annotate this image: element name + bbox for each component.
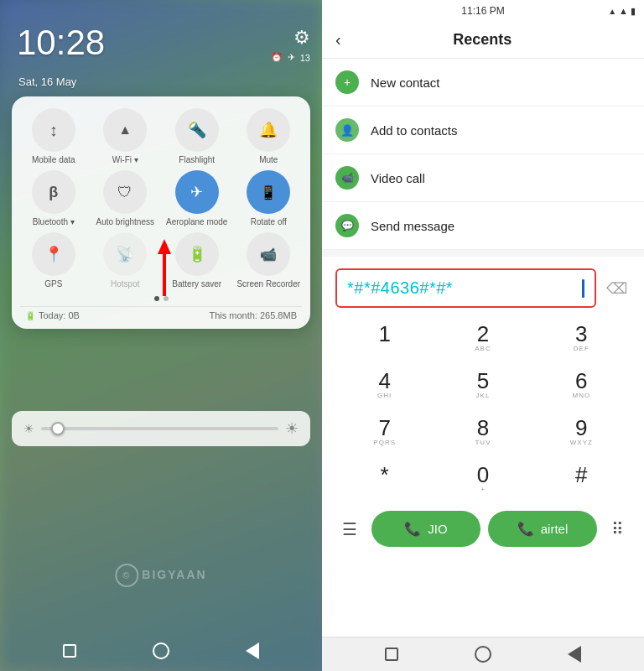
call-airtel-label: airtel — [541, 522, 569, 536]
key-star-main: * — [381, 464, 389, 486]
call-airtel-button[interactable]: 📞 airtel — [488, 511, 597, 547]
qs-mute-btn[interactable]: 🔔 — [247, 108, 290, 152]
menu-item-send-message[interactable]: 💬 Send message — [322, 202, 644, 250]
nav-home-right[interactable] — [475, 646, 491, 663]
date-display: Sat, 16 May — [18, 75, 76, 88]
menu-item-new-contact[interactable]: + New contact — [322, 59, 644, 107]
key-0-sub: + — [480, 486, 486, 494]
call-jio-button[interactable]: 📞 JIO — [371, 511, 480, 547]
data-icon: 🔋 — [25, 311, 35, 320]
qs-flashlight-btn[interactable]: 🔦 — [175, 108, 219, 152]
qs-auto-brightness-label: Auto brightness — [96, 217, 155, 227]
qs-wifi[interactable]: ▲ Wi-Fi ▾ — [92, 108, 159, 165]
backspace-button[interactable]: ⌫ — [603, 276, 631, 301]
key-4[interactable]: 4 GHI — [335, 362, 434, 408]
key-2[interactable]: 2 ABC — [434, 315, 532, 362]
bottom-nav-left — [0, 642, 322, 659]
key-star[interactable]: * — [335, 455, 434, 502]
key-hash[interactable]: # — [532, 455, 631, 502]
key-4-main: 4 — [378, 370, 390, 392]
nav-recents-right[interactable] — [385, 648, 398, 661]
recents-header: ‹ Recents — [322, 22, 644, 59]
dialer-input-box[interactable]: *#*#4636#*#* — [335, 268, 596, 308]
key-0[interactable]: 0 + — [434, 455, 532, 502]
qs-gps-label: GPS — [44, 279, 62, 289]
add-contacts-label: Add to contacts — [371, 123, 457, 138]
nav-back-right[interactable] — [568, 646, 581, 663]
qs-gps[interactable]: 📍 GPS — [20, 232, 87, 289]
qs-aeroplane-btn[interactable]: ✈ — [175, 170, 219, 214]
qs-mobile-data[interactable]: ↕ Mobile data — [20, 108, 87, 165]
qs-aeroplane-label: Aeroplane mode — [166, 217, 227, 227]
brightness-thumb[interactable] — [51, 422, 65, 435]
qs-rotate-off-label: Rotate off — [251, 217, 287, 227]
dialpad-icon[interactable]: ⠿ — [605, 512, 631, 546]
status-icons-left: ⏰ ✈ 13 — [271, 52, 310, 63]
arrow-shaft — [163, 254, 166, 296]
key-0-main: 0 — [477, 464, 489, 486]
qs-bluetooth-label: Bluetooth ▾ — [33, 217, 75, 227]
data-info: 🔋 Today: 0B This month: 265.8MB — [20, 306, 302, 320]
video-call-label: Video call — [371, 171, 425, 185]
qs-mobile-data-label: Mobile data — [32, 155, 75, 165]
signal-icon: ▲ — [608, 7, 616, 16]
recents-menu: + New contact 👤 Add to contacts 📹 Video … — [322, 59, 644, 250]
key-5-sub: JKL — [476, 392, 491, 400]
qs-wifi-btn[interactable]: ▲ — [103, 108, 147, 152]
status-bar-right: 11:16 PM ▲ ▲ ▮ — [322, 0, 644, 22]
qs-mobile-data-btn[interactable]: ↕ — [32, 108, 75, 152]
arrow-head — [158, 239, 171, 254]
qs-mute[interactable]: 🔔 Mute — [236, 108, 303, 165]
qs-hotspot[interactable]: 📡 Hotspot — [92, 232, 159, 289]
key-6-main: 6 — [575, 370, 587, 392]
arrow-annotation — [158, 239, 171, 296]
nav-home-btn[interactable] — [153, 642, 169, 659]
back-button[interactable]: ‹ — [335, 30, 341, 49]
watermark-circle: © — [115, 564, 138, 587]
wifi-icon: ▲ — [619, 6, 628, 16]
nav-back-btn[interactable] — [246, 642, 259, 659]
qs-gps-btn[interactable]: 📍 — [32, 232, 75, 276]
brightness-track[interactable] — [41, 427, 278, 430]
data-today: Today: 0B — [39, 310, 80, 320]
menu-item-add-contacts[interactable]: 👤 Add to contacts — [322, 107, 644, 154]
key-7[interactable]: 7 PQRS — [335, 408, 434, 455]
qs-rotate-off-btn[interactable]: 📱 — [247, 170, 290, 214]
qs-flashlight[interactable]: 🔦 Flashlight — [164, 108, 231, 165]
key-3-sub: DEF — [574, 345, 589, 353]
call-jio-label: JIO — [428, 522, 447, 536]
battery-icon: ▮ — [631, 6, 636, 17]
menu-item-video-call[interactable]: 📹 Video call — [322, 154, 644, 202]
left-panel: 10:28 Sat, 16 May ⚙ ⏰ ✈ 13 ↕ Mobile data… — [0, 0, 322, 671]
key-6[interactable]: 6 MNO — [532, 362, 631, 408]
qs-screen-recorder-btn[interactable]: 📹 — [247, 232, 290, 276]
qs-bluetooth-btn[interactable]: β — [32, 170, 75, 214]
right-panel: 11:16 PM ▲ ▲ ▮ ‹ Recents + New contact 👤… — [322, 0, 644, 671]
key-9[interactable]: 9 WXYZ — [532, 408, 631, 455]
key-8[interactable]: 8 TUV — [434, 408, 532, 455]
key-7-sub: PQRS — [373, 439, 396, 447]
key-5[interactable]: 5 JKL — [434, 362, 532, 408]
qs-auto-brightness-btn[interactable]: 🛡 — [103, 170, 147, 214]
qs-screen-recorder[interactable]: 📹 Screen Recorder — [236, 232, 303, 289]
key-6-sub: MNO — [572, 392, 590, 400]
dialer-menu-icon[interactable]: ☰ — [335, 512, 364, 546]
key-1[interactable]: 1 — [335, 315, 434, 362]
key-hash-main: # — [575, 464, 587, 486]
qs-battery-saver[interactable]: 🔋 Battery saver — [164, 232, 231, 289]
brightness-bar[interactable]: ☀ ☀ — [12, 411, 310, 446]
qs-auto-brightness[interactable]: 🛡 Auto brightness — [92, 170, 159, 227]
key-3[interactable]: 3 DEF — [532, 315, 631, 362]
qs-dot-2 — [164, 296, 169, 301]
qs-aeroplane[interactable]: ✈ Aeroplane mode — [164, 170, 231, 227]
key-7-main: 7 — [378, 417, 390, 439]
qs-rotate-off[interactable]: 📱 Rotate off — [236, 170, 303, 227]
dialer-input-container: *#*#4636#*#* ⌫ — [322, 257, 644, 315]
nav-recents-btn[interactable] — [63, 644, 76, 658]
qs-battery-saver-btn[interactable]: 🔋 — [175, 232, 219, 276]
call-jio-icon: 📞 — [404, 521, 421, 537]
qs-hotspot-btn[interactable]: 📡 — [103, 232, 147, 276]
status-icons-right: ▲ ▲ ▮ — [608, 6, 636, 17]
settings-icon[interactable]: ⚙ — [293, 27, 310, 49]
qs-bluetooth[interactable]: β Bluetooth ▾ — [20, 170, 87, 227]
